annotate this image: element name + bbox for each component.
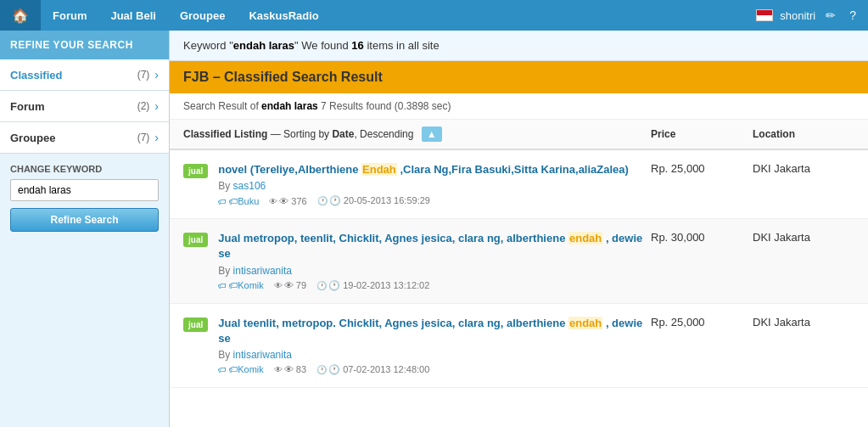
sidebar-item-forum-label: Forum (10, 100, 137, 113)
sidebar-item-classified-count: (7) (137, 69, 150, 81)
item-title[interactable]: Jual metropop, teenlit, Chicklit, Agnes … (218, 231, 651, 261)
item-meta: 🏷Komik 👁 79 🕐 19-02-2013 13:12:02 (218, 280, 651, 291)
item-price: Rp. 30,000 (651, 231, 753, 244)
keyword-bar-text: Keyword "endah laras" We found 16 items … (183, 39, 440, 52)
item-content: Jual metropop, teenlit, Chicklit, Agnes … (218, 231, 651, 290)
item-price: Rp. 25,000 (651, 316, 753, 329)
keyword-highlight: endah laras (233, 39, 294, 52)
search-result-info: Search Result of endah laras 7 Results f… (170, 93, 868, 120)
item-location: DKI Jakarta (753, 231, 854, 244)
listing-header: Classified Listing — Sorting by Date, De… (170, 120, 868, 150)
item-date: 🕐 19-02-2013 13:12:02 (316, 280, 429, 291)
sidebar-item-forum-count: (2) (137, 100, 150, 112)
item-by: By sas106 (218, 180, 651, 192)
sidebar-item-classified[interactable]: Classified (7) › (0, 59, 169, 91)
edit-icon[interactable]: ✏ (822, 5, 839, 25)
sidebar-header: REFINE YOUR SEARCH (0, 31, 169, 59)
item-meta: 🏷Buku 👁 376 🕐 20-05-2013 16:59:29 (218, 195, 651, 206)
item-views: 👁 79 (274, 280, 306, 290)
main-content: Keyword "endah laras" We found 16 items … (170, 31, 868, 427)
change-keyword-label: CHANGE KEYWORD (10, 164, 159, 174)
sidebar-item-forum-arrow: › (154, 99, 159, 113)
sidebar-item-classified-label: Classified (10, 69, 137, 81)
item-tag[interactable]: 🏷Komik (218, 364, 264, 374)
help-icon[interactable]: ? (846, 5, 860, 25)
nav-kaskusradio[interactable]: KaskusRadio (237, 0, 330, 31)
nav-right: shonitri ✏ ? (756, 5, 868, 25)
item-date: 🕐 20-05-2013 16:59:29 (317, 195, 430, 206)
item-content: novel (Tereliye,Alberthiene Endah ,Clara… (218, 162, 651, 206)
change-keyword-section: CHANGE KEYWORD Refine Search (0, 154, 169, 242)
home-icon: 🏠 (12, 8, 29, 24)
item-date: 🕐 07-02-2013 12:48:00 (316, 364, 429, 375)
item-title[interactable]: Jual teenlit, metropop. Chicklit, Agnes … (218, 316, 651, 346)
search-keyword: endah laras (261, 100, 318, 112)
listing-item: jual Jual metropop, teenlit, Chicklit, A… (170, 219, 868, 303)
sidebar-item-groupee[interactable]: Groupee (7) › (0, 122, 169, 154)
sidebar: REFINE YOUR SEARCH Classified (7) › Foru… (0, 31, 170, 427)
item-author-link[interactable]: intisariwanita (233, 265, 292, 277)
item-tag[interactable]: 🏷Komik (218, 280, 264, 290)
refine-search-button[interactable]: Refine Search (10, 208, 159, 232)
item-location: DKI Jakarta (753, 316, 854, 329)
title-highlight: endah (568, 232, 602, 244)
sidebar-item-groupee-count: (7) (137, 132, 150, 143)
item-author-link[interactable]: intisariwanita (233, 349, 292, 361)
sort-by: Date (332, 128, 354, 140)
sort-toggle-button[interactable]: ▲ (422, 126, 442, 142)
sidebar-item-classified-arrow: › (154, 68, 159, 81)
sort-label: — Sorting by Date, Descending (271, 128, 414, 140)
nav-jualbeli[interactable]: Jual Beli (98, 0, 167, 31)
item-title[interactable]: novel (Tereliye,Alberthiene Endah ,Clara… (218, 162, 651, 177)
item-price: Rp. 25,000 (651, 162, 753, 175)
listing-item: jual novel (Tereliye,Alberthiene Endah ,… (170, 150, 868, 219)
item-author-link[interactable]: sas106 (233, 180, 266, 192)
jual-badge: jual (183, 233, 208, 247)
search-time: (0.3898 sec) (395, 100, 451, 112)
item-location: DKI Jakarta (753, 162, 854, 175)
listing-title: Classified Listing — Sorting by Date, De… (183, 126, 651, 142)
title-highlight: Endah (361, 163, 397, 176)
item-views: 👁 376 (269, 196, 306, 206)
main-layout: REFINE YOUR SEARCH Classified (7) › Foru… (0, 31, 868, 427)
title-highlight: endah (568, 317, 602, 329)
result-header: FJB – Classified Search Result (170, 61, 868, 93)
col-price-header: Price (651, 128, 753, 140)
sidebar-item-forum[interactable]: Forum (2) › (0, 91, 169, 122)
item-by: By intisariwanita (218, 265, 651, 277)
listing-item: jual Jual teenlit, metropop. Chicklit, A… (170, 304, 868, 388)
sidebar-item-groupee-arrow: › (154, 131, 159, 144)
item-tag[interactable]: 🏷Buku (218, 196, 259, 206)
nav-groupee[interactable]: Groupee (168, 0, 237, 31)
listing-title-text: Classified Listing (183, 128, 267, 140)
result-count: 16 (351, 39, 363, 52)
jual-badge: jual (183, 164, 208, 178)
jual-badge: jual (183, 317, 208, 332)
item-meta: 🏷Komik 👁 83 🕐 07-02-2013 12:48:00 (218, 364, 651, 375)
item-content: Jual teenlit, metropop. Chicklit, Agnes … (218, 316, 651, 375)
top-nav: 🏠 Forum Jual Beli Groupee KaskusRadio sh… (0, 0, 868, 31)
keyword-bar: Keyword "endah laras" We found 16 items … (170, 31, 868, 61)
keyword-input[interactable] (10, 179, 159, 201)
nav-forum[interactable]: Forum (41, 0, 98, 31)
item-by: By intisariwanita (218, 349, 651, 361)
home-button[interactable]: 🏠 (0, 0, 41, 31)
item-views: 👁 83 (274, 364, 306, 374)
sidebar-item-groupee-label: Groupee (10, 132, 137, 144)
username-label: shonitri (780, 9, 815, 22)
flag-icon (756, 9, 773, 21)
col-location-header: Location (753, 128, 854, 140)
